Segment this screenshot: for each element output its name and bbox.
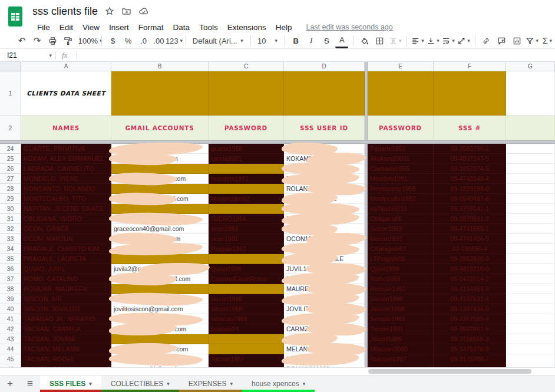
cell-empty[interactable] (506, 264, 555, 274)
cell-password2[interactable]: Rmonsanto1958 (368, 184, 434, 194)
cell-sss-user-id[interactable]: ROLANDO1958 (284, 184, 365, 194)
menu-data[interactable]: Data (169, 22, 195, 33)
column-header-B[interactable]: B (111, 62, 209, 71)
cell-sss-user-id[interactable]: CARMZ2461 (284, 324, 365, 334)
cell-password2[interactable]: Gocon1993 (368, 224, 434, 234)
scrollbar-thumb[interactable] (368, 369, 531, 374)
cell-empty[interactable] (506, 184, 555, 194)
column-header-D[interactable]: D (284, 62, 365, 71)
row-header[interactable]: 31 (0, 214, 21, 224)
star-icon[interactable] (105, 6, 114, 16)
cell-gmail[interactable]: rodeltacsan@gmail.com (111, 354, 209, 364)
cell-gmail[interactable]: titomontecalbo@gmail.com (111, 194, 209, 204)
cell-sss-user-id[interactable]: PRAGALE62 (284, 244, 365, 254)
row-header[interactable]: 30 (0, 204, 21, 214)
cell-sss-number[interactable]: 09-1857074-5 (434, 164, 506, 174)
cell-password[interactable]: CatalinoElisanRomo (209, 274, 284, 284)
sheet-title-cell[interactable]: CLIENTS DATA SHEET (21, 71, 111, 116)
cell-sss-user-id[interactable]: RODELTACSAN (284, 354, 365, 364)
cell-name[interactable]: OBLIGANA, ISIDRO (21, 214, 111, 224)
row-header[interactable]: 39 (0, 294, 21, 304)
cell-sss-number[interactable]: 09-2660756-1 (434, 144, 506, 154)
cell-password[interactable] (209, 184, 284, 194)
row-header[interactable]: 26 (0, 164, 21, 174)
cell-sss-number[interactable]: 09-3116559-3 (434, 334, 506, 344)
formula-input[interactable] (81, 49, 555, 61)
column-header-E[interactable]: E (368, 62, 434, 71)
cell-password2[interactable]: Mtacsan2000 (368, 344, 434, 354)
cell-sss-number[interactable]: 35-1475376-9 (434, 344, 506, 354)
cell-sss-number[interactable]: 62-190850-4 (434, 244, 506, 254)
cell-sss-number[interactable]: 09-4743348-4 (434, 174, 506, 184)
horizontal-align-button[interactable]: ▾ (411, 34, 424, 47)
cell-password2[interactable]: Tacsan1991 (368, 324, 434, 334)
gold-cell[interactable] (284, 71, 365, 116)
cell-name[interactable]: KOKAM, ALEX EMMANUEL (21, 154, 111, 164)
cell-password[interactable] (209, 334, 284, 344)
cell-sss-user-id[interactable]: GOCON1993 (284, 224, 365, 234)
cell-name[interactable]: TACSAN, JOVANI (21, 334, 111, 344)
cell-sss-number[interactable]: 09-3175286-7 (434, 354, 506, 364)
bold-button[interactable]: B (289, 34, 302, 47)
cell-name[interactable]: MONSANTO, ROLANDO (21, 184, 111, 194)
header-cell-sss-number[interactable]: SSS # (434, 116, 506, 140)
gold-cell[interactable] (111, 71, 209, 116)
chevron-down-icon[interactable]: ▾ (49, 52, 52, 58)
add-sheet-button[interactable]: + (0, 375, 20, 392)
cell-empty[interactable] (506, 334, 555, 344)
row-header[interactable]: 28 (0, 184, 21, 194)
cell-password[interactable] (209, 204, 284, 214)
cell-password[interactable]: Pragale1962 (209, 244, 284, 254)
cell-empty[interactable] (506, 344, 555, 354)
cell-password2[interactable]: Romuar1991 (368, 284, 434, 294)
functions-button[interactable]: Σ▾ (541, 34, 554, 47)
cell-sss-number[interactable]: 09-2367599-4 (434, 314, 506, 324)
cell-gmail[interactable]: christokimpragale@gmail.com (111, 244, 209, 254)
cell-gmail[interactable]: alexkokam@gmail.com (111, 154, 209, 164)
cell-password2[interactable]: Pguarte1953 (368, 144, 434, 154)
sheets-logo[interactable] (8, 5, 25, 28)
insert-link-button[interactable] (480, 34, 493, 47)
menu-insert[interactable]: Insert (104, 22, 134, 33)
name-box[interactable]: I21 ▾ (0, 51, 52, 60)
cell-name[interactable]: ROMUAR, MAUREEN (21, 284, 111, 294)
cell-empty[interactable] (506, 144, 555, 154)
cell-password[interactable] (209, 254, 284, 264)
cell-password[interactable]: canda2001 (209, 154, 284, 164)
vertical-align-button[interactable]: ▾ (427, 34, 440, 47)
cell-empty[interactable] (506, 234, 555, 244)
cell-password[interactable]: baabaa24 (209, 324, 284, 334)
column-header-A[interactable]: A (21, 62, 111, 71)
cell-password2[interactable]: Mocon1991 (368, 234, 434, 244)
cell-gmail[interactable] (111, 254, 209, 264)
cell-password[interactable] (209, 284, 284, 294)
menu-tools[interactable]: Tools (194, 22, 223, 33)
zoom-select[interactable]: 100%▾ (84, 34, 97, 47)
cell-password[interactable] (209, 344, 284, 354)
cell-empty[interactable] (506, 244, 555, 254)
cell-name[interactable]: QUIAO, JUVIL (21, 264, 111, 274)
cell-empty[interactable] (506, 174, 555, 184)
cell-name[interactable]: PRAGALE, CHRISTO KIM (21, 244, 111, 254)
cell-sss-number[interactable]: 09-4807247-5 (434, 154, 506, 164)
cell-password2[interactable]: naTipaN9216 (368, 204, 434, 214)
cell-sss-number[interactable]: 09-3682861-5 (434, 324, 506, 334)
cell-password[interactable]: siscon1968 (209, 304, 284, 314)
cell-name[interactable]: TACSAN, RODEL (21, 354, 111, 364)
gold-cell[interactable] (434, 71, 506, 116)
cell-password[interactable]: Quiao1998 (209, 264, 284, 274)
tab-sss-files[interactable]: SSS FILES▾ (40, 375, 101, 392)
row-header[interactable]: 44 (0, 344, 21, 354)
merge-cells-button[interactable]: ▾ (389, 34, 402, 47)
strikethrough-button[interactable]: S (320, 34, 333, 47)
redo-button[interactable]: ↷ (31, 34, 44, 47)
cell-name[interactable]: LADRADA, CARMELITO (21, 164, 111, 174)
insert-comment-button[interactable] (495, 34, 508, 47)
cell-password2[interactable]: CKpragale62 (368, 244, 434, 254)
cell-password2[interactable]: Obligana66 (368, 214, 434, 224)
doc-title[interactable]: sss clients file (32, 5, 98, 18)
cell-gmail[interactable]: ivesiscon@gmail.com (111, 294, 209, 304)
cell-password2[interactable]: Jsiscon1968 (368, 304, 434, 314)
cell-password2[interactable]: Isiscon1995 (368, 294, 434, 304)
cell-empty[interactable] (506, 204, 555, 214)
